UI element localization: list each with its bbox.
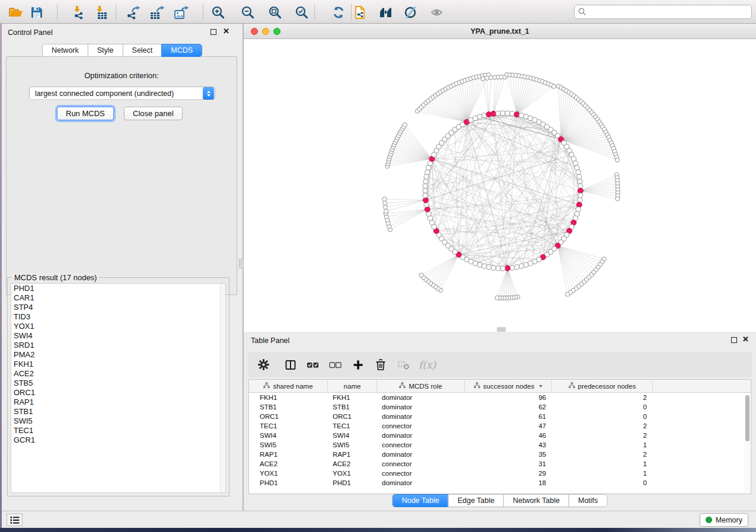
import-table-icon[interactable] [93,5,109,20]
mcds-list-scrollbar[interactable] [220,284,225,492]
network-node[interactable] [489,75,493,79]
mcds-network-node[interactable] [491,111,496,116]
zoom-out-icon[interactable] [240,5,256,20]
task-history-button[interactable] [7,514,23,526]
nodes-layer[interactable] [382,73,620,300]
mcds-result-item[interactable]: SRD1 [11,341,225,350]
table-row[interactable]: ORC1ORC1dominator610 [249,412,751,421]
network-node[interactable] [578,179,582,184]
table-row[interactable]: PHD1PHD1dominator180 [249,478,751,488]
table-row[interactable]: ACE2ACE2connector311 [249,459,751,469]
mcds-result-item[interactable]: SWI4 [11,331,225,341]
gear-icon[interactable] [256,358,270,372]
table-row[interactable]: RAP1RAP1dominator352 [249,450,751,459]
save-icon[interactable] [29,5,44,20]
network-node[interactable] [384,209,388,213]
network-node[interactable] [575,211,579,216]
network-node[interactable] [403,123,407,127]
import-network-icon[interactable] [71,5,86,20]
mcds-network-node[interactable] [576,202,582,207]
network-node[interactable] [477,262,482,267]
select-all-checkboxes-icon[interactable] [306,358,320,372]
network-node[interactable] [515,265,519,270]
network-from-file-icon[interactable] [353,5,369,20]
network-node[interactable] [424,203,429,207]
network-node[interactable] [575,165,579,170]
vertical-splitter-grip[interactable] [239,259,244,268]
network-canvas[interactable] [244,39,756,332]
network-node[interactable] [491,265,496,270]
zoom-in-icon[interactable] [210,5,226,20]
network-node[interactable] [423,184,428,188]
network-node[interactable] [423,179,428,184]
network-node[interactable] [566,292,570,296]
search-input[interactable] [574,5,752,19]
network-node[interactable] [419,273,423,277]
tab-select[interactable]: Select [123,44,162,57]
network-node[interactable] [524,262,528,267]
network-node[interactable] [519,264,524,268]
export-table-icon[interactable] [149,5,165,20]
table-row[interactable]: YOX1YOX1connector291 [249,469,751,478]
network-node[interactable] [482,264,487,268]
zoom-fit-icon[interactable] [267,5,283,20]
mcds-network-node[interactable] [578,188,583,194]
columns-icon[interactable] [283,358,298,372]
close-table-panel-icon[interactable]: ✕ [742,335,749,344]
mcds-result-item[interactable]: GCR1 [11,435,225,445]
column-header-name[interactable]: name [328,380,377,392]
network-node[interactable] [486,265,491,270]
network-node[interactable] [510,111,515,116]
tab-node-table[interactable]: Node Table [393,494,449,507]
column-header-predecessor-nodes[interactable]: predecessor nodes [552,380,653,392]
network-node[interactable] [485,76,489,80]
mcds-result-item[interactable]: STB1 [11,407,225,416]
function-builder-icon[interactable]: f(x) [419,359,436,371]
network-node[interactable] [576,207,580,211]
network-node[interactable] [576,170,580,175]
network-node[interactable] [573,161,578,165]
mcds-result-item[interactable]: RAP1 [11,398,225,407]
network-node[interactable] [382,201,387,205]
column-header-shared-name[interactable]: shared name [249,380,328,392]
float-table-panel-icon[interactable] [731,337,737,343]
network-node[interactable] [428,216,432,220]
criterion-dropdown[interactable]: largest connected component (undirected) [29,86,215,100]
add-column-icon[interactable] [351,358,365,372]
network-node[interactable] [505,111,510,116]
network-node[interactable] [477,114,482,119]
network-node[interactable] [510,265,515,270]
binoculars-icon[interactable] [379,5,394,20]
export-network-icon[interactable] [125,5,141,20]
delete-column-icon[interactable] [374,358,388,372]
delete-table-icon[interactable] [396,358,410,372]
mcds-result-item[interactable]: STP4 [11,303,225,312]
mcds-result-item[interactable]: TEC1 [11,426,225,435]
mcds-result-item[interactable]: CAR1 [11,293,225,303]
network-node[interactable] [528,261,532,265]
tab-network[interactable]: Network [42,44,88,57]
table-scrollbar[interactable] [744,393,750,493]
tab-network-table[interactable]: Network Table [503,494,569,507]
float-panel-icon[interactable] [210,29,216,35]
mcds-result-item[interactable]: ORC1 [11,388,225,398]
network-node[interactable] [519,113,524,118]
zoom-selected-icon[interactable] [294,5,310,20]
table-row[interactable]: FKH1FKH1dominator962 [249,393,751,402]
mcds-result-item[interactable]: ACE2 [11,369,225,379]
network-node[interactable] [496,266,500,271]
network-node[interactable] [578,184,583,188]
network-node[interactable] [423,188,428,193]
table-scrollbar-thumb[interactable] [745,395,749,441]
network-node[interactable] [551,84,556,88]
table-row[interactable]: STB1STB1dominator620 [249,402,751,412]
mcds-result-item[interactable]: PHD1 [11,284,225,293]
tab-edge-table[interactable]: Edge Table [448,494,504,507]
network-node[interactable] [615,197,620,201]
open-folder-icon[interactable] [8,5,24,20]
mcds-network-node[interactable] [423,197,428,203]
export-image-icon[interactable] [174,5,189,20]
mcds-result-item[interactable]: TID3 [11,312,225,322]
mcds-result-item[interactable]: YOX1 [11,322,225,331]
mcds-result-item[interactable]: SWI5 [11,416,225,426]
